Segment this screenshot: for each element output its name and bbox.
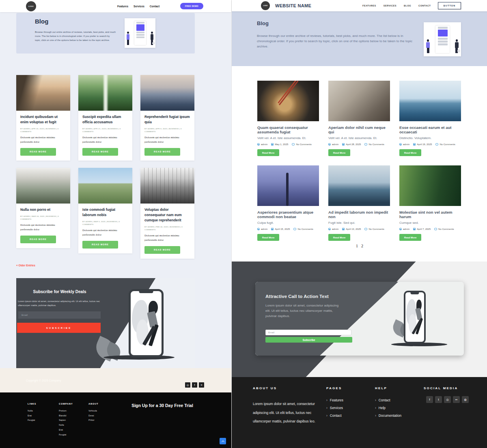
- post-thumbnail[interactable]: [328, 81, 390, 121]
- comments-count[interactable]: No Comments: [296, 143, 311, 146]
- subscribe-button[interactable]: SUBSCRIBE: [17, 323, 101, 333]
- post-thumbnail[interactable]: [140, 168, 194, 204]
- older-entries-link[interactable]: « Older Entries: [16, 264, 35, 267]
- comments-count[interactable]: No Comments: [297, 228, 313, 230]
- logo[interactable]: LOGO: [261, 1, 270, 10]
- footer-link[interactable]: Services: [326, 404, 343, 412]
- logo[interactable]: LOGO: [26, 1, 36, 11]
- footer-link[interactable]: Help: [375, 404, 401, 412]
- read-more-button[interactable]: READ MORE: [82, 241, 118, 249]
- footer-link[interactable]: Nulla: [28, 409, 37, 414]
- instagram-icon[interactable]: ◎: [185, 382, 190, 388]
- author-name[interactable]: admin: [332, 143, 338, 146]
- post-thumbnail[interactable]: [328, 165, 390, 206]
- nav-features[interactable]: FEATURES: [362, 4, 376, 7]
- twitter-icon[interactable]: t: [435, 396, 442, 403]
- post-title[interactable]: Quam quaerat consequatur assumenda fugia…: [257, 125, 319, 134]
- read-more-button[interactable]: READ MORE: [82, 148, 118, 156]
- post-title[interactable]: Suscipit expedita ullam officia accusamu…: [82, 114, 128, 125]
- post-title[interactable]: Incidunt quibusdam ut enim voluptas et f…: [20, 114, 66, 125]
- footer-link[interactable]: Prtitor: [88, 418, 99, 423]
- flickr-icon[interactable]: ●●: [453, 396, 460, 403]
- author-name[interactable]: admin: [261, 228, 267, 230]
- instagram-icon[interactable]: ◎: [444, 396, 451, 403]
- post-meta: BY ADMIN | MAR 9, 2025 | BUSINESS | 0 CO…: [82, 220, 128, 226]
- facebook-icon[interactable]: f: [192, 382, 197, 388]
- post-thumbnail[interactable]: [399, 165, 461, 206]
- post-thumbnail[interactable]: [16, 168, 70, 204]
- post-thumbnail[interactable]: [257, 81, 319, 121]
- post-thumbnail[interactable]: [78, 75, 132, 111]
- read-more-button[interactable]: READ MORE: [144, 246, 180, 254]
- nav-contact[interactable]: Contact: [150, 5, 159, 8]
- nav-blog[interactable]: BLOG: [404, 4, 411, 7]
- read-more-button[interactable]: Read More: [328, 149, 350, 156]
- footer-link[interactable]: Vehicula: [88, 409, 99, 414]
- footer-link[interactable]: Documentation: [375, 412, 401, 420]
- comments-count[interactable]: No Comments: [368, 143, 384, 146]
- footer-link[interactable]: Sapien: [59, 418, 73, 423]
- post-title[interactable]: Molestiae sint non vel autem harum: [399, 210, 461, 219]
- footer-link[interactable]: Feugiat: [59, 433, 73, 437]
- read-more-button[interactable]: Read More: [257, 149, 279, 156]
- post-title[interactable]: Voluptas dolor consequatur nam eum cumqu…: [144, 207, 190, 223]
- post-title[interactable]: Ad impedit laborum non impedit non: [328, 210, 390, 219]
- footer-link[interactable]: Pretium: [59, 409, 73, 414]
- subscribe-button[interactable]: Subscribe: [265, 337, 352, 343]
- nav-features[interactable]: Features: [117, 5, 128, 8]
- email-field[interactable]: [18, 311, 101, 319]
- read-more-button[interactable]: Read More: [399, 149, 421, 156]
- pagination-page-2[interactable]: 2: [361, 244, 363, 248]
- read-more-button[interactable]: READ MORE: [20, 148, 56, 156]
- post-thumbnail[interactable]: [399, 81, 461, 121]
- read-more-button[interactable]: Read More: [257, 234, 279, 241]
- comments-count[interactable]: No Comments: [440, 143, 455, 146]
- header-button[interactable]: BUTTON: [438, 2, 461, 9]
- site-name[interactable]: WEBSITE NAME: [275, 3, 311, 8]
- pagination-page-1[interactable]: 1: [356, 244, 358, 248]
- post-thumbnail[interactable]: [78, 168, 132, 204]
- footer-link[interactable]: Erat: [59, 428, 73, 433]
- comments-count[interactable]: No Comments: [438, 228, 454, 230]
- nav-services[interactable]: Services: [134, 5, 144, 8]
- scroll-to-top-button[interactable]: [220, 438, 226, 444]
- free-demo-button[interactable]: FREE DEMO: [180, 3, 203, 9]
- author-name[interactable]: admin: [403, 228, 409, 230]
- footer-link[interactable]: Features: [326, 397, 343, 404]
- post-excerpt: Velit vel. A et. Iste assumenda. Et.: [257, 136, 319, 140]
- footer-link[interactable]: Contact: [326, 412, 343, 420]
- footer-link[interactable]: Feugiat: [28, 418, 37, 423]
- nav-services[interactable]: SERVICES: [384, 4, 396, 7]
- email-field[interactable]: [265, 330, 351, 335]
- post-title[interactable]: Nulla non porro et: [20, 207, 66, 212]
- author-name[interactable]: admin: [261, 143, 267, 146]
- post-title[interactable]: Reprehenderit fugiat ipsum quia: [144, 114, 190, 125]
- post-title[interactable]: Aperiam dolor nihil cum neque qui: [328, 125, 390, 134]
- read-more-button[interactable]: READ MORE: [20, 236, 56, 243]
- post-title[interactable]: Esse occaecati earum et aut occaecati: [399, 125, 461, 134]
- author-name[interactable]: admin: [403, 143, 409, 146]
- facebook-icon[interactable]: f: [426, 396, 433, 403]
- post-thumbnail[interactable]: [257, 165, 319, 206]
- post-meta: admin April 19, 2025 No Comments: [399, 143, 461, 146]
- x-icon[interactable]: ✕: [199, 382, 204, 388]
- post-title[interactable]: Asperiores praesentium atque commodi non…: [257, 210, 319, 219]
- author-name[interactable]: admin: [332, 228, 338, 230]
- page-title: Blog: [257, 20, 269, 26]
- footer-link[interactable]: Blandid: [59, 414, 73, 418]
- chevron-up-icon: [221, 440, 224, 443]
- left-header: LOGO Features Services Contact FREE DEMO: [0, 0, 231, 12]
- read-more-button[interactable]: Read More: [328, 234, 350, 241]
- footer-link[interactable]: Nulla: [59, 423, 73, 428]
- read-more-button[interactable]: READ MORE: [144, 148, 180, 156]
- read-more-button[interactable]: Read More: [399, 234, 421, 241]
- footer-link[interactable]: Contact: [375, 397, 401, 404]
- post-title[interactable]: Iste commodi fugiat laborum nobis: [82, 207, 128, 218]
- nav-contact[interactable]: CONTACT: [418, 4, 431, 7]
- comments-count[interactable]: No Comments: [368, 228, 384, 230]
- footer-link[interactable]: Erat: [28, 414, 37, 418]
- 500px-icon[interactable]: ◍: [462, 396, 469, 403]
- footer-link[interactable]: Derat: [88, 414, 99, 418]
- post-thumbnail[interactable]: [140, 75, 194, 111]
- post-thumbnail[interactable]: [16, 75, 70, 111]
